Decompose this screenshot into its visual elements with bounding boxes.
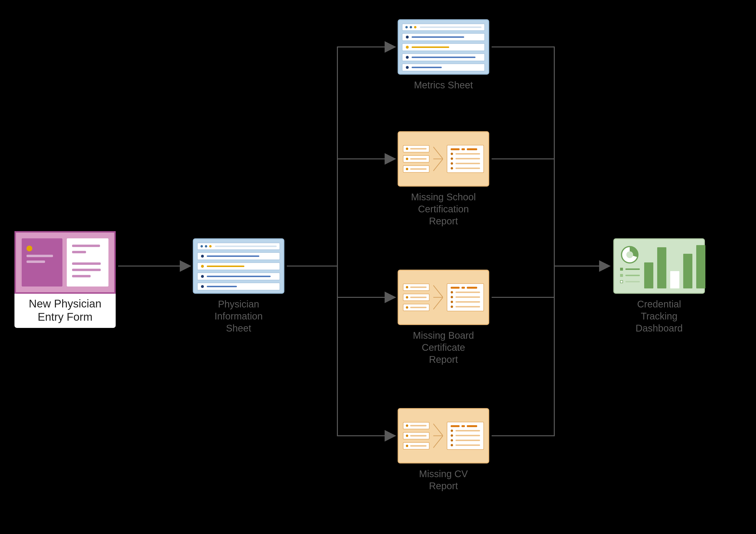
dot-icon xyxy=(451,429,453,432)
header-cell xyxy=(462,287,465,289)
node-metrics: Metrics Sheet xyxy=(398,19,489,91)
legend-row xyxy=(620,268,640,270)
dot-icon xyxy=(451,153,453,155)
sheet-row xyxy=(402,33,485,41)
sheet-row xyxy=(402,64,485,71)
line-icon xyxy=(207,266,244,267)
line-icon xyxy=(410,158,426,160)
legend-row xyxy=(620,274,640,277)
line-icon xyxy=(455,163,480,164)
legend-swatch-icon xyxy=(620,274,623,277)
dot-icon xyxy=(406,286,408,289)
window-header xyxy=(197,243,280,250)
node-label: New PhysicianEntry Form xyxy=(14,294,116,328)
node-info-sheet: PhysicianInformationSheet xyxy=(193,238,284,334)
line-icon xyxy=(455,435,480,436)
window-bar-icon xyxy=(215,245,277,247)
dot-icon xyxy=(406,424,408,427)
report-icon xyxy=(398,270,489,325)
report-icon xyxy=(398,131,489,187)
sheet-row xyxy=(197,272,280,280)
report-table xyxy=(447,422,484,450)
header-cell xyxy=(451,148,460,150)
dot-icon xyxy=(451,291,453,293)
window-dot-icon xyxy=(205,245,207,247)
line-icon xyxy=(207,276,271,277)
node-label: Missing BoardCertificateReport xyxy=(413,329,474,366)
mini-card xyxy=(403,284,429,291)
legend-row xyxy=(620,280,640,283)
dot-icon xyxy=(27,245,32,251)
line-icon xyxy=(410,435,426,437)
table-header xyxy=(451,287,480,289)
table-row xyxy=(451,167,480,169)
svg-point-1 xyxy=(626,251,633,258)
bar-icon xyxy=(27,261,45,263)
bar-icon xyxy=(644,263,653,289)
mini-card xyxy=(403,442,429,449)
dot-icon xyxy=(406,56,409,59)
sheet-row xyxy=(197,263,280,270)
sheet-row xyxy=(402,43,485,51)
mini-card xyxy=(403,165,429,173)
dot-icon xyxy=(201,275,204,278)
dot-icon xyxy=(451,158,453,160)
bar-icon xyxy=(72,251,86,253)
pie-icon xyxy=(620,245,639,264)
window-dot-icon xyxy=(209,245,212,247)
window-bar-icon xyxy=(420,26,481,28)
dot-icon xyxy=(451,306,453,308)
funnel-lines-icon xyxy=(433,419,443,453)
line-icon xyxy=(455,158,480,159)
table-row xyxy=(451,444,480,446)
dot-icon xyxy=(406,148,408,150)
bar-chart-icon xyxy=(644,245,705,289)
line-icon xyxy=(410,425,426,426)
dashboard-icon xyxy=(613,238,705,294)
line-icon xyxy=(455,167,480,169)
mini-card xyxy=(403,155,429,163)
node-label: CredentialTrackingDashboard xyxy=(635,298,683,334)
dashboard-left xyxy=(620,245,640,289)
bar-icon xyxy=(657,247,666,289)
table-row xyxy=(451,153,480,155)
node-cv-report: Missing CVReport xyxy=(398,408,489,492)
window-dot-icon xyxy=(201,245,203,247)
line-icon xyxy=(412,67,442,68)
dot-icon xyxy=(201,285,204,288)
window-dot-icon xyxy=(405,26,408,28)
dot-icon xyxy=(451,162,453,165)
bar-icon xyxy=(696,245,705,289)
dot-icon xyxy=(201,255,204,258)
header-cell xyxy=(451,287,460,289)
header-cell xyxy=(467,425,477,427)
table-row xyxy=(451,439,480,442)
dot-icon xyxy=(406,66,409,69)
line-icon xyxy=(455,445,480,446)
report-table xyxy=(447,283,484,311)
table-row xyxy=(451,162,480,165)
mini-card xyxy=(403,422,429,429)
line-icon xyxy=(412,36,464,38)
legend-swatch-icon xyxy=(620,268,623,270)
header-cell xyxy=(451,425,460,427)
table-row xyxy=(451,434,480,437)
funnel-lines-icon xyxy=(433,142,443,176)
dot-icon xyxy=(451,444,453,446)
legend-line-icon xyxy=(625,275,640,276)
line-icon xyxy=(412,57,475,58)
line-icon xyxy=(455,306,480,307)
line-icon xyxy=(207,286,237,287)
window-dot-icon xyxy=(410,26,412,28)
sheet-row xyxy=(197,252,280,260)
line-icon xyxy=(207,255,259,257)
node-label: Missing CVReport xyxy=(419,468,468,492)
sheet-row xyxy=(197,283,280,290)
mini-card xyxy=(403,294,429,301)
line-icon xyxy=(455,301,480,303)
form-icon xyxy=(14,231,116,294)
line-icon xyxy=(455,292,480,293)
header-cell xyxy=(467,287,477,289)
dot-icon xyxy=(451,301,453,303)
window-dot-icon xyxy=(414,26,417,28)
